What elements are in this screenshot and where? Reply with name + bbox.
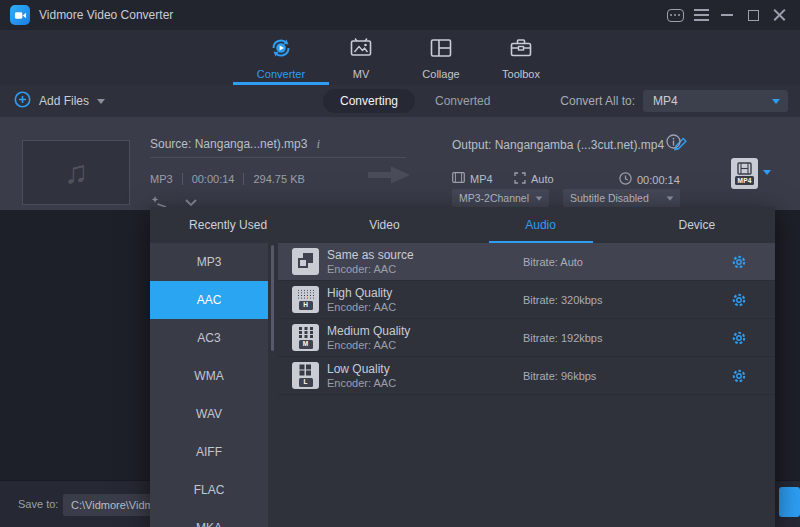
format-item-flac[interactable]: FLAC xyxy=(150,471,268,509)
output-name: Output: Nangangamba (...3cut.net).mp4 xyxy=(452,136,688,154)
profile-encoder: Encoder: AAC xyxy=(327,301,523,314)
format-item-mka[interactable]: MKA xyxy=(150,509,268,527)
profile-list: Same as source Encoder: AAC Bitrate: Aut… xyxy=(278,243,775,527)
tab-mv[interactable]: MV xyxy=(321,30,401,85)
tab-mv-label: MV xyxy=(353,68,370,80)
convert-all-value: MP4 xyxy=(643,94,678,108)
minimize-icon[interactable] xyxy=(714,0,740,30)
profile-row-low-quality[interactable]: L Low Quality Encoder: AAC Bitrate: 96kb… xyxy=(278,357,775,395)
high-quality-icon: H xyxy=(292,286,319,313)
chevron-down-icon[interactable] xyxy=(763,170,771,175)
format-item-wav[interactable]: WAV xyxy=(150,395,268,433)
convert-all-label: Convert All to: xyxy=(560,94,635,108)
settings-gear-icon[interactable] xyxy=(731,292,747,308)
feedback-icon[interactable] xyxy=(662,0,688,30)
quality-badge: H xyxy=(299,301,313,310)
app-logo-icon xyxy=(10,5,30,25)
maximize-icon[interactable] xyxy=(740,0,766,30)
profile-row-same-as-source[interactable]: Same as source Encoder: AAC Bitrate: Aut… xyxy=(278,243,775,281)
format-picker-popup: Recently Used Video Audio Device MP3 AAC… xyxy=(150,207,775,527)
titlebar: Vidmore Video Converter xyxy=(0,0,800,30)
output-format-group: MP4 xyxy=(452,172,493,185)
resolution-icon xyxy=(514,172,526,186)
divider xyxy=(150,157,406,158)
chevron-down-icon xyxy=(667,196,674,200)
profile-encoder: Encoder: AAC xyxy=(327,377,523,390)
tab-recently-used[interactable]: Recently Used xyxy=(150,207,306,243)
tab-video[interactable]: Video xyxy=(306,207,462,243)
format-picker-body: MP3 AAC AC3 WMA WAV AIFF FLAC MKA Same xyxy=(150,243,775,527)
tab-collage-label: Collage xyxy=(422,68,459,80)
output-resolution: Auto xyxy=(531,173,554,185)
tab-collage[interactable]: Collage xyxy=(401,30,481,85)
convert-all-button[interactable] xyxy=(779,487,800,517)
save-to-label: Save to: xyxy=(18,498,58,510)
nav-tabs: Converter MV xyxy=(241,30,561,85)
window-title: Vidmore Video Converter xyxy=(39,8,173,22)
converter-icon xyxy=(268,35,294,65)
add-files-button[interactable]: Add Files xyxy=(14,85,105,117)
output-format-button[interactable]: MP4 xyxy=(731,158,758,189)
output-duration: 00:00:14 xyxy=(637,174,680,186)
audio-channel-value: MP3-2Channel xyxy=(452,192,529,204)
format-item-ac3[interactable]: AC3 xyxy=(150,319,268,357)
source-duration: 00:00:14 xyxy=(183,173,245,185)
source-format: MP3 xyxy=(150,173,183,185)
convert-all-select[interactable]: MP4 xyxy=(643,90,788,112)
tab-converter[interactable]: Converter xyxy=(241,30,321,85)
tab-converted[interactable]: Converted xyxy=(435,94,490,108)
file-thumbnail: ♫ xyxy=(22,140,130,205)
format-badge: MP4 xyxy=(735,176,754,185)
music-note-icon: ♫ xyxy=(64,154,88,191)
settings-gear-icon[interactable] xyxy=(731,368,747,384)
same-as-source-icon xyxy=(292,248,319,275)
tab-audio[interactable]: Audio xyxy=(463,207,619,243)
arrow-right-icon xyxy=(368,164,412,190)
format-item-aiff[interactable]: AIFF xyxy=(150,433,268,471)
profile-bitrate: Bitrate: 192kbps xyxy=(523,332,693,344)
close-icon[interactable] xyxy=(766,0,792,30)
output-format: MP4 xyxy=(470,173,493,185)
quality-badge: L xyxy=(299,378,313,387)
output-duration-group: 00:00:14 xyxy=(619,172,680,187)
sidebar-scrollbar[interactable] xyxy=(268,243,278,527)
subtitle-select[interactable]: Subtitle Disabled xyxy=(563,189,680,207)
profile-bitrate: Bitrate: 320kbps xyxy=(523,294,693,306)
clock-icon xyxy=(619,172,632,187)
scrollbar-thumb[interactable] xyxy=(271,245,274,351)
format-item-wma[interactable]: WMA xyxy=(150,357,268,395)
audio-channel-select[interactable]: MP3-2Channel xyxy=(452,189,549,207)
tab-toolbox[interactable]: Toolbox xyxy=(481,30,561,85)
chevron-down-icon xyxy=(772,99,780,104)
tab-toolbox-label: Toolbox xyxy=(502,68,540,80)
tab-converter-label: Converter xyxy=(257,68,305,80)
subtitle-value: Subtitle Disabled xyxy=(563,192,649,204)
profile-row-high-quality[interactable]: H High Quality Encoder: AAC Bitrate: 320… xyxy=(278,281,775,319)
add-files-label: Add Files xyxy=(39,94,89,108)
output-resolution-group: Auto xyxy=(514,172,554,186)
convert-all-group: Convert All to: MP4 xyxy=(560,90,788,112)
menu-icon[interactable] xyxy=(688,0,714,30)
mv-icon xyxy=(348,35,374,65)
format-item-mp3[interactable]: MP3 xyxy=(150,243,268,281)
settings-gear-icon[interactable] xyxy=(731,254,747,270)
profile-name: Medium Quality xyxy=(327,324,523,338)
settings-gear-icon[interactable] xyxy=(731,330,747,346)
source-meta: MP3 00:00:14 294.75 KB xyxy=(150,173,314,185)
film-icon xyxy=(452,172,465,185)
profile-encoder: Encoder: AAC xyxy=(327,339,523,352)
toolbar: Add Files Converting Converted Convert A… xyxy=(0,85,800,117)
info-circle-icon[interactable] xyxy=(666,134,681,153)
medium-quality-icon: M xyxy=(292,324,319,351)
source-info-icon[interactable]: i xyxy=(316,136,320,151)
filmstrip-icon xyxy=(737,162,752,175)
collage-icon xyxy=(428,35,454,65)
format-item-aac[interactable]: AAC xyxy=(150,281,268,319)
quality-badge: M xyxy=(299,340,313,349)
tab-converting[interactable]: Converting xyxy=(323,89,415,113)
tab-device[interactable]: Device xyxy=(619,207,775,243)
format-sidebar: MP3 AAC AC3 WMA WAV AIFF FLAC MKA xyxy=(150,243,268,527)
file-row[interactable]: ♫ Source: Nanganga...net).mp3i MP3 00:00… xyxy=(0,117,800,210)
profile-encoder: Encoder: AAC xyxy=(327,263,523,276)
profile-row-medium-quality[interactable]: M Medium Quality Encoder: AAC Bitrate: 1… xyxy=(278,319,775,357)
